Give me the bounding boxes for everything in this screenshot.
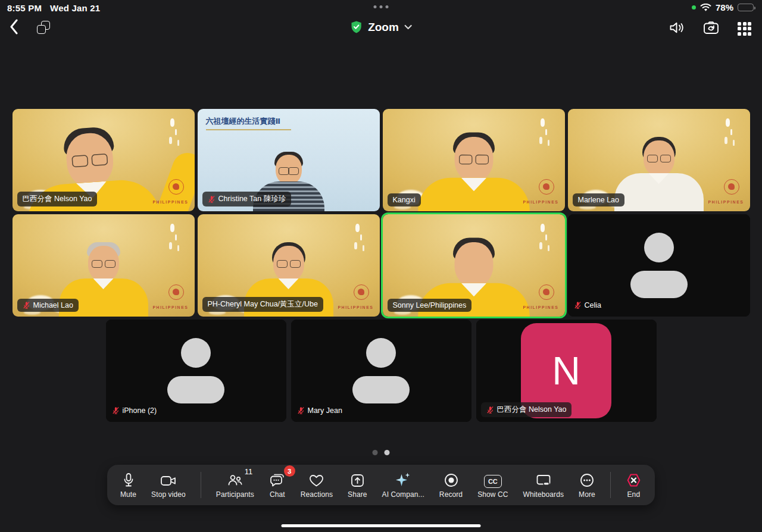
participant-name-badge: Sonny Lee/Philippines <box>388 299 472 312</box>
camera-flip-icon <box>702 20 720 35</box>
share-icon <box>350 473 365 488</box>
green-status-dot <box>692 5 696 10</box>
ai-companion-button[interactable]: AI Compan... <box>382 471 424 499</box>
share-button[interactable]: Share <box>348 471 367 499</box>
back-chevron-icon <box>10 19 18 35</box>
muted-mic-icon <box>486 406 494 414</box>
participant-name-badge: Mary Jean <box>296 404 343 417</box>
participant-name-badge: 巴西分會 Nelson Yao <box>17 192 98 206</box>
end-call-button[interactable]: End <box>626 471 642 499</box>
muted-mic-icon <box>23 301 30 309</box>
muted-mic-icon <box>574 301 582 309</box>
participant-tile-christine-tan[interactable]: 六祖壇經的生活實踐Ⅱ Christine Tan 陳珍珍 <box>198 109 380 211</box>
nav-bar: Zoom <box>0 15 762 42</box>
blia-seal-logo <box>168 179 184 195</box>
whiteboard-icon <box>535 473 552 488</box>
person-figure <box>410 132 537 211</box>
participant-tile-michael-lao[interactable]: PHILIPPINES Michael Lao <box>13 214 195 317</box>
reactions-button[interactable]: Reactions <box>301 471 333 499</box>
status-bar: 8:55 PM Wed Jan 21 78% <box>0 0 762 15</box>
participant-tile-sonny-lee[interactable]: PHILIPPINES Sonny Lee/Philippines <box>383 214 565 317</box>
page-dot-2-active[interactable] <box>385 450 390 455</box>
page-indicator <box>373 450 390 455</box>
participant-tile-nelson-yao-2[interactable]: N 巴西分會 Nelson Yao <box>476 320 657 422</box>
multitask-dots-icon <box>374 5 389 8</box>
battery-percent: 78% <box>716 2 733 12</box>
record-icon <box>444 472 459 488</box>
blia-seal-logo <box>168 284 184 300</box>
mic-icon <box>121 472 136 488</box>
back-button[interactable] <box>10 19 18 36</box>
participant-name-badge: PH-Cheryl May Chua/黃玉立/Ube <box>202 297 323 312</box>
participant-name-badge: Celia <box>573 299 603 312</box>
switch-camera-button[interactable] <box>702 20 720 37</box>
cc-icon: CC <box>484 475 502 488</box>
record-button[interactable]: Record <box>439 471 463 499</box>
more-icon <box>579 472 595 488</box>
participant-name-badge: Kangxi <box>388 193 421 206</box>
blia-seal-logo <box>354 284 369 300</box>
chat-unread-badge: 3 <box>284 465 295 477</box>
show-cc-button[interactable]: CC Show CC <box>477 471 508 499</box>
participant-tile-cheryl-chua[interactable]: PHILIPPINES PH-Cheryl May Chua/黃玉立/Ube <box>198 214 380 317</box>
battery-icon <box>738 4 754 11</box>
speaker-button[interactable] <box>669 20 685 37</box>
avatar-silhouette <box>351 338 411 403</box>
participants-icon <box>227 472 243 488</box>
muted-mic-icon <box>112 406 120 415</box>
wifi-icon <box>700 4 711 12</box>
clock-date: Wed Jan 21 <box>50 3 100 13</box>
end-call-icon <box>626 472 642 488</box>
toolbar-divider <box>201 472 201 498</box>
stop-video-button[interactable]: Stop video <box>151 471 186 499</box>
mute-button[interactable]: Mute <box>120 471 136 499</box>
speaker-icon <box>669 20 685 35</box>
philippines-watermark: PHILIPPINES <box>152 200 188 204</box>
whiteboards-button[interactable]: Whiteboards <box>523 471 564 499</box>
blia-seal-logo <box>724 179 739 195</box>
more-button[interactable]: More <box>579 471 595 499</box>
muted-mic-icon <box>297 406 305 415</box>
apps-grid-icon <box>738 22 751 36</box>
chat-button[interactable]: 3 Chat <box>269 471 286 499</box>
video-camera-icon <box>160 474 177 488</box>
meeting-title-dropdown[interactable]: Zoom <box>350 20 412 34</box>
participant-tile-marlene-lao[interactable]: PHILIPPINES Marlene Lao <box>568 109 750 211</box>
participant-tile-iphone-2[interactable]: iPhone (2) <box>106 320 286 422</box>
participants-button[interactable]: 11 Participants <box>216 471 254 499</box>
verified-shield-icon <box>350 20 363 34</box>
meeting-toolbar: Mute Stop video 11 Participants <box>107 465 655 505</box>
participant-tile-nelson-yao[interactable]: PHILIPPINES 巴西分會 Nelson Yao <box>13 109 195 211</box>
video-grid: PHILIPPINES 巴西分會 Nelson Yao 六祖壇經的生活實踐Ⅱ <box>0 109 762 425</box>
participant-name-badge: 巴西分會 Nelson Yao <box>481 402 572 417</box>
blia-seal-logo <box>539 284 554 300</box>
participant-tile-celia[interactable]: Celia <box>568 214 750 317</box>
participant-name-badge: Marlene Lao <box>573 193 625 206</box>
clock-time: 8:55 PM <box>7 3 42 13</box>
participant-name-badge: iPhone (2) <box>111 404 158 417</box>
participants-count: 11 <box>245 467 253 476</box>
participant-name-badge: Christine Tan 陳珍珍 <box>202 192 292 206</box>
app-title: Zoom <box>368 21 399 34</box>
avatar-silhouette <box>629 233 689 298</box>
app-switcher-button[interactable] <box>37 21 50 34</box>
page-dot-1[interactable] <box>373 450 378 455</box>
home-indicator[interactable] <box>282 524 481 527</box>
apps-grid-button[interactable] <box>738 22 751 36</box>
chevron-down-icon <box>404 24 412 30</box>
blia-seal-logo <box>539 179 554 195</box>
participant-tile-kangxi[interactable]: PHILIPPINES Kangxi <box>383 109 565 211</box>
chat-icon <box>269 472 286 488</box>
ai-sparkle-icon <box>395 472 411 488</box>
avatar-silhouette <box>166 338 226 403</box>
participant-name-badge: Michael Lao <box>17 299 79 312</box>
slide-title: 六祖壇經的生活實踐Ⅱ <box>206 116 292 130</box>
muted-mic-icon <box>208 195 216 204</box>
toolbar-divider <box>610 472 611 498</box>
participant-tile-mary-jean[interactable]: Mary Jean <box>291 320 471 422</box>
heart-icon <box>308 473 324 488</box>
